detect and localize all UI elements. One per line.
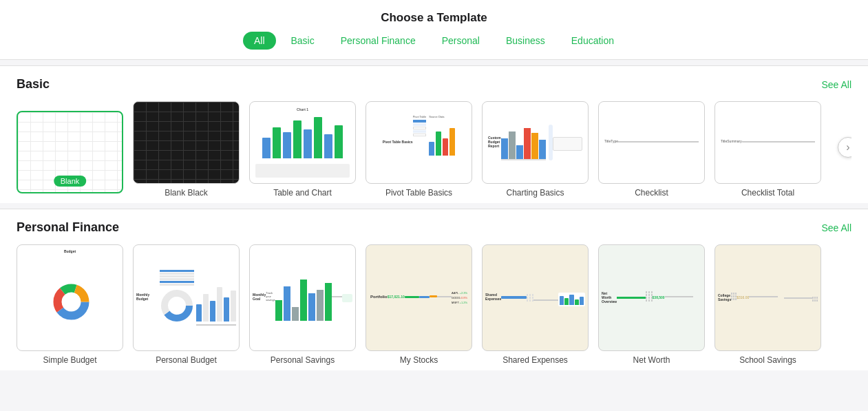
- bar-2: [273, 127, 281, 158]
- template-school-savings-thumb: College Savings: [714, 244, 821, 351]
- svg-point-4: [66, 296, 77, 307]
- tab-business[interactable]: Business: [495, 32, 556, 50]
- template-net-worth[interactable]: Net Worth Overview: [598, 244, 705, 365]
- pb-bar-5: [224, 297, 229, 322]
- template-my-stocks-label: My Stocks: [400, 355, 438, 365]
- template-checklist-label: Checklist: [635, 188, 668, 198]
- template-blank[interactable]: Blank: [17, 111, 123, 198]
- template-simple-budget-label: Simple Budget: [43, 355, 96, 365]
- nw-c1: [646, 291, 647, 293]
- ss-r1: [731, 293, 737, 295]
- pf-template-row: Budget: [17, 244, 851, 365]
- tab-personal-finance[interactable]: Personal Finance: [330, 32, 427, 50]
- basic-next-button[interactable]: ›: [838, 137, 851, 158]
- template-shared-expenses[interactable]: Shared Expenses: [482, 244, 589, 365]
- pb-right: [196, 270, 236, 326]
- pivot-right: Source Data: [429, 115, 455, 170]
- pb-bar-3: [210, 301, 215, 322]
- tab-education[interactable]: Education: [560, 32, 625, 50]
- ss-leg2: [812, 299, 818, 302]
- axis-line: [501, 159, 546, 160]
- template-table-chart-thumb: Chart 1: [249, 101, 356, 184]
- pivot-chart: [429, 121, 455, 156]
- charting-bars-wrap: [501, 125, 546, 160]
- ss-c5: [733, 295, 734, 297]
- se-chart-b1: [560, 296, 564, 305]
- cb-3: [516, 145, 523, 159]
- ct-col2: Summary: [727, 139, 741, 143]
- nw-c2: [648, 291, 650, 293]
- ms-bar-1: [405, 296, 419, 298]
- template-personal-budget[interactable]: Monthly Budget: [133, 244, 240, 365]
- template-checklist-total[interactable]: Title Summary Checklist Total: [714, 101, 821, 198]
- nw-bars: [693, 286, 701, 310]
- pivot-bar-1: [429, 142, 434, 156]
- template-net-worth-label: Net Worth: [633, 355, 670, 365]
- pivot-row-3: [413, 127, 427, 129]
- pivot-title: Pivot Table Basics: [383, 140, 413, 144]
- ss-c4: [731, 295, 732, 297]
- sb-title: Budget: [64, 249, 76, 253]
- template-table-chart-label: Table and Chart: [273, 188, 332, 198]
- pb-title: Monthly Budget: [136, 293, 160, 301]
- nw-c8: [648, 297, 650, 299]
- checklist-divider: [618, 141, 699, 143]
- nw-h1: [617, 297, 645, 299]
- se-rows: [527, 294, 533, 302]
- ps-b5: [308, 293, 315, 321]
- ms-rows: AAPL +2.3% GOOG -0.8% MSFT +1.2%: [452, 291, 467, 304]
- ss-legend: [812, 297, 818, 302]
- se-chart-b5: [580, 297, 584, 304]
- blank-badge: Blank: [54, 176, 87, 187]
- template-net-worth-thumb: Net Worth Overview: [598, 244, 705, 351]
- ps-b7: [325, 283, 332, 321]
- basic-see-all[interactable]: See All: [821, 79, 851, 90]
- table-preview: [255, 164, 350, 178]
- bar-7: [324, 134, 332, 158]
- se-chart-b3: [569, 295, 573, 304]
- template-checklist-total-thumb: Title Summary: [714, 101, 821, 184]
- tab-all[interactable]: All: [243, 32, 276, 50]
- pivot-row-1: [413, 120, 427, 123]
- cb-5: [531, 133, 538, 159]
- template-table-chart[interactable]: Chart 1 Table and Chart: [249, 101, 356, 198]
- se-r3: [527, 299, 533, 302]
- nw-r1: [646, 291, 653, 293]
- template-charting[interactable]: Custom Budget Report: [482, 101, 589, 198]
- se-chart-b4: [575, 299, 579, 305]
- charting-bars: [501, 125, 546, 159]
- template-my-stocks[interactable]: Portfolio $17,021.10 AAPL +2.3% GOOG -0.…: [366, 244, 472, 365]
- pb-l4: [160, 278, 194, 280]
- template-school-savings[interactable]: College Savings: [714, 244, 821, 365]
- checklist-total-header: Title Summary: [721, 139, 742, 143]
- cb-1: [501, 138, 508, 159]
- ss-c1: [731, 293, 732, 295]
- pf-see-all[interactable]: See All: [821, 222, 851, 233]
- header: Choose a Template All Basic Personal Fin…: [0, 0, 868, 60]
- tab-basic[interactable]: Basic: [280, 32, 326, 50]
- nw-title: Net Worth Overview: [602, 291, 617, 304]
- nw-total: [646, 299, 647, 302]
- template-pivot[interactable]: Pivot Table Basics Pivot Table Source Da…: [366, 101, 472, 198]
- ss-divider: [749, 296, 777, 297]
- template-simple-budget[interactable]: Budget: [17, 244, 123, 365]
- template-personal-savings[interactable]: Monthly Goal Track your savings Personal…: [249, 244, 356, 365]
- ss-r2: [731, 295, 737, 297]
- ms-bar-3: [430, 295, 437, 297]
- ss-l1: [812, 297, 814, 299]
- nw-amount: $38,500: [653, 295, 665, 299]
- template-personal-savings-thumb: Monthly Goal Track your savings: [249, 244, 356, 351]
- template-blank-black-thumb: [133, 101, 240, 184]
- ps-progress: [342, 294, 352, 302]
- template-checklist[interactable]: Title Type Checklist: [598, 101, 705, 198]
- pivot-left-label: Pivot Table: [413, 115, 427, 118]
- pb-left: [160, 270, 194, 326]
- ss-l5: [814, 299, 816, 302]
- bar-6: [314, 117, 322, 158]
- tab-personal[interactable]: Personal: [431, 32, 491, 50]
- template-blank-black[interactable]: Blank Black: [133, 101, 240, 198]
- pb-content: [160, 270, 236, 326]
- ct-col1: Title: [721, 139, 727, 143]
- sb-pie-wrap: [52, 257, 90, 346]
- se-c7: [527, 299, 528, 302]
